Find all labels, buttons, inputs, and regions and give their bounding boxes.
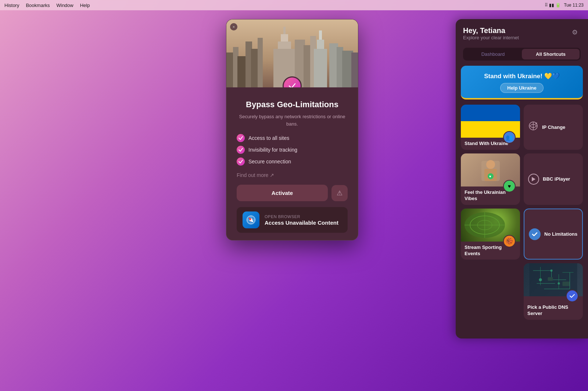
tab-all-shortcuts[interactable]: All Shortcuts — [522, 49, 580, 59]
shortcut-card-ip-change[interactable]: IP Change — [524, 105, 583, 150]
svg-rect-6 — [258, 38, 263, 87]
menu-bookmarks[interactable]: Bookmarks — [26, 3, 50, 8]
ip-change-icon — [528, 121, 538, 133]
popup-hero-image: × — [226, 19, 358, 87]
sport-badge: 🏀 — [503, 235, 516, 247]
svg-marker-34 — [532, 177, 535, 181]
menubar: History Bookmarks Window Help ⠿ ▮▮ 🔋 Tue… — [0, 0, 588, 10]
svg-point-48 — [551, 269, 553, 272]
svg-rect-3 — [237, 56, 247, 87]
svg-rect-1 — [226, 53, 234, 87]
settings-button[interactable]: ⚙ — [569, 26, 581, 38]
menubar-menu-items: History Bookmarks Window Help — [4, 3, 90, 8]
check-icon-2 — [237, 146, 245, 154]
feature-list: Access to all sites Invisibility for tra… — [237, 134, 348, 166]
ukraine-banner[interactable]: Stand with Ukraine! 💛💙 Help Ukraine — [461, 66, 583, 99]
close-button[interactable]: × — [230, 23, 237, 30]
tab-dashboard[interactable]: Dashboard — [464, 49, 522, 59]
menu-window[interactable]: Window — [56, 3, 73, 8]
vibes-heart-badge: ♥ — [503, 180, 516, 192]
popup-content: Bypass Geo-Limitations Securely bypass a… — [226, 87, 358, 240]
menu-history[interactable]: History — [4, 3, 19, 8]
ip-change-label: IP Change — [542, 124, 565, 130]
menubar-icons: ⠿ ▮▮ 🔋 — [545, 3, 561, 8]
popup-title: Bypass Geo-Limitations — [237, 100, 348, 109]
gear-icon: ⚙ — [572, 28, 578, 36]
activate-button[interactable]: Activate — [237, 185, 328, 201]
bbc-play-icon — [528, 174, 539, 185]
check-icon-1 — [237, 134, 245, 142]
sidebar-header: Hey, Tetiana Explore your clear internet… — [456, 19, 588, 61]
feature-item-3: Secure connection — [237, 158, 348, 166]
svg-rect-52 — [563, 282, 570, 286]
popup-card: × Bypass Geo-Limitations Securely bypass… — [226, 19, 358, 240]
activate-row: Activate ⚠ — [237, 185, 348, 201]
sidebar-panel: Hey, Tetiana Explore your clear internet… — [456, 19, 588, 338]
safari-icon — [243, 211, 259, 228]
open-browser-bar[interactable]: OPEN BROWSER Access Unavailable Content — [237, 207, 348, 233]
svg-rect-16 — [314, 49, 327, 87]
check-icon — [287, 81, 297, 87]
ukraine-banner-inner: Stand with Ukraine! 💛💙 Help Ukraine — [461, 66, 583, 98]
ukraine-banner-title: Stand with Ukraine! 💛💙 — [468, 72, 576, 80]
tab-row: Dashboard All Shortcuts — [463, 48, 581, 61]
svg-text:♥: ♥ — [489, 174, 491, 178]
sidebar-subtitle: Explore your clear internet — [463, 35, 519, 40]
shortcut-card-bbc[interactable]: BBC iPlayer — [524, 153, 583, 205]
no-limit-check-icon — [529, 228, 541, 240]
shortcut-card-sporting[interactable]: 🏀 Stream Sporting Events — [461, 209, 520, 260]
no-limit-label: No Limitations — [544, 231, 577, 237]
arrow-icon: ↗ — [270, 172, 274, 178]
sidebar-greeting-block: Hey, Tetiana Explore your clear internet — [463, 26, 519, 46]
svg-rect-20 — [351, 53, 358, 87]
menubar-time: Tue 11:23 — [564, 3, 584, 8]
popup-subtitle: Securely bypass any network restrictions… — [237, 113, 348, 127]
shortcut-card-stand-ukraine[interactable]: 👥 Stand With Ukraine — [461, 105, 520, 150]
shortcut-card-vibes[interactable]: ♥ ♥ Feel the Ukrainian Vibes — [461, 153, 520, 205]
svg-point-51 — [558, 282, 560, 285]
shortcuts-grid: 👥 Stand With Ukraine IP Change — [456, 105, 588, 320]
check-icon-3 — [237, 158, 245, 166]
warning-icon: ⚠ — [337, 189, 343, 197]
svg-rect-50 — [548, 277, 553, 281]
flag-badge: 👥 — [503, 131, 516, 144]
feature-item-2: Invisibility for tracking — [237, 146, 348, 154]
feature-item-1: Access to all sites — [237, 134, 348, 142]
sidebar-greeting: Hey, Tetiana — [463, 26, 519, 35]
bbc-label: BBC iPlayer — [543, 176, 570, 182]
dns-image — [524, 263, 583, 296]
shortcut-card-dns[interactable]: Pick a Public DNS Server — [524, 263, 583, 320]
open-browser-text: OPEN BROWSER Access Unavailable Content — [265, 214, 338, 226]
vibes-image: ♥ ♥ — [461, 153, 520, 187]
warning-button[interactable]: ⚠ — [331, 185, 348, 201]
ukraine-flag-image: 👥 — [461, 105, 520, 138]
svg-point-49 — [539, 278, 542, 281]
find-out-more-link[interactable]: Find out more ↗ — [237, 172, 348, 178]
sidebar-top: Hey, Tetiana Explore your clear internet… — [463, 26, 581, 46]
sporting-image: 🏀 — [461, 209, 520, 242]
shortcut-card-no-limit[interactable]: No Limitations — [524, 209, 583, 260]
menubar-right: ⠿ ▮▮ 🔋 Tue 11:23 — [545, 3, 584, 8]
help-ukraine-button[interactable]: Help Ukraine — [500, 83, 543, 93]
menu-help[interactable]: Help — [80, 3, 90, 8]
svg-point-30 — [486, 160, 495, 169]
